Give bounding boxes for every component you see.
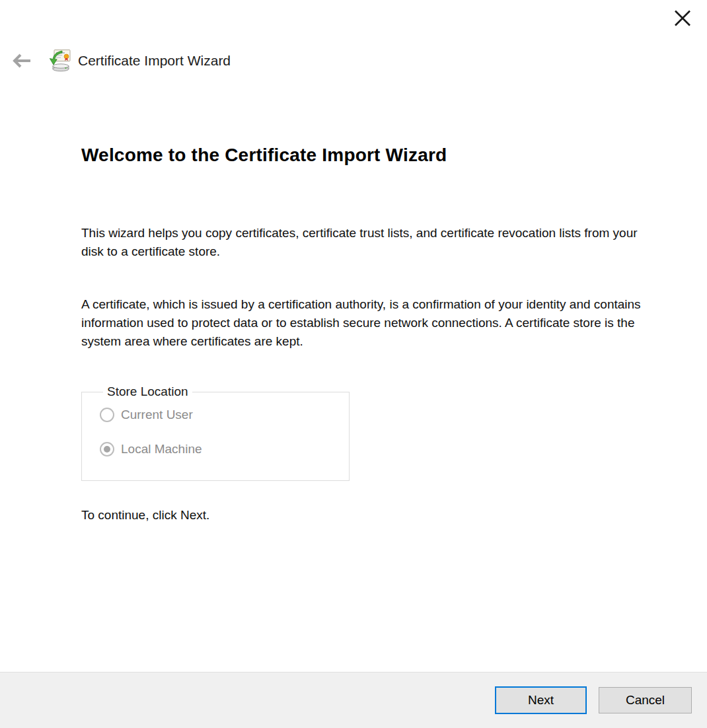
intro-paragraph: This wizard helps you copy certificates,… [81,224,651,261]
certificate-import-icon [48,49,71,73]
wizard-header: Certificate Import Wizard [12,49,231,73]
radio-current-user-label: Current User [121,408,193,422]
radio-button-icon [100,408,114,422]
back-arrow-icon [13,54,31,68]
description-paragraph: A certificate, which is issued by a cert… [81,295,657,351]
wizard-title: Certificate Import Wizard [78,53,231,69]
radio-button-icon [100,442,114,456]
radio-local-machine-label: Local Machine [121,442,202,456]
radio-local-machine[interactable]: Local Machine [100,442,349,456]
back-button[interactable] [12,51,32,71]
store-location-group: Store Location Current User Local Machin… [81,384,350,481]
continue-hint: To continue, click Next. [81,508,209,523]
footer-bar: Next Cancel [0,672,707,728]
page-title: Welcome to the Certificate Import Wizard [81,145,447,166]
radio-current-user[interactable]: Current User [100,408,349,422]
next-button[interactable]: Next [495,686,587,714]
cancel-button[interactable]: Cancel [599,687,692,713]
wizard-window: Certificate Import Wizard Welcome to the… [0,0,707,728]
store-location-legend: Store Location [103,384,192,399]
close-icon [674,10,691,26]
close-button[interactable] [669,6,696,30]
